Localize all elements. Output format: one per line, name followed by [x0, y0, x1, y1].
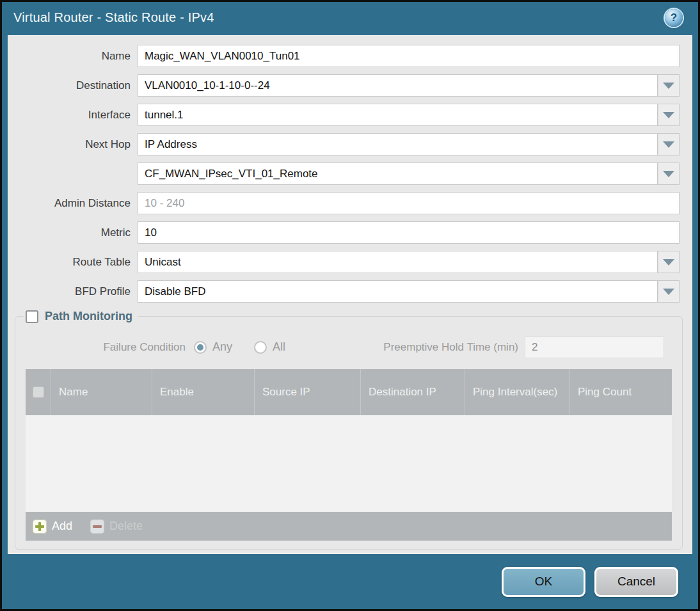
cancel-button[interactable]: Cancel: [594, 567, 678, 597]
route-table-field: [138, 251, 680, 273]
route-table-dropdown-button[interactable]: [658, 251, 680, 273]
table-header: Name Enable Source IP Destination IP Pin…: [26, 369, 672, 415]
metric-field: [138, 221, 680, 244]
destination-dropdown-button[interactable]: [658, 74, 680, 97]
interface-label: Interface: [8, 109, 138, 122]
delete-button-label: Delete: [109, 520, 143, 533]
form-row-interface: Interface: [8, 104, 680, 126]
failure-condition-option-any: Any: [194, 340, 232, 354]
page-title: Virtual Router - Static Route - IPv4: [13, 10, 665, 25]
bfd-profile-input[interactable]: [138, 280, 658, 303]
plus-icon: [33, 520, 47, 534]
name-field: [138, 45, 680, 67]
chevron-down-icon: [663, 83, 674, 89]
failure-condition-option-all: All: [254, 340, 285, 354]
admin-distance-input[interactable]: [138, 192, 680, 214]
table-header-select-cell: [26, 369, 51, 415]
path-monitoring-table: Name Enable Source IP Destination IP Pin…: [26, 369, 672, 541]
destination-input[interactable]: [138, 74, 658, 97]
chevron-down-icon: [663, 112, 674, 118]
add-button-label: Add: [52, 520, 72, 533]
metric-input[interactable]: [138, 221, 680, 244]
admin-distance-field: [138, 192, 680, 214]
name-label: Name: [8, 50, 138, 63]
form-row-next-hop-address: [8, 163, 680, 185]
next-hop-type-dropdown-button[interactable]: [658, 133, 680, 155]
next-hop-address-field: [138, 163, 680, 185]
next-hop-type-input[interactable]: [138, 133, 658, 155]
dialog-footer: OK Cancel: [2, 554, 698, 609]
add-button[interactable]: Add: [33, 520, 72, 534]
form-row-admin-distance: Admin Distance: [8, 192, 680, 214]
failure-condition-label: Failure Condition: [20, 341, 194, 354]
preemptive-hold-time-label: Preemptive Hold Time (min): [383, 341, 525, 354]
destination-field: [138, 74, 680, 97]
next-hop-address-input[interactable]: [138, 163, 658, 185]
interface-field: [138, 104, 680, 126]
column-header-ping-interval: Ping Interval(sec): [465, 369, 570, 415]
next-hop-address-dropdown-button[interactable]: [658, 163, 680, 185]
form-row-bfd-profile: BFD Profile: [8, 280, 680, 303]
bfd-profile-field: [138, 280, 680, 303]
column-header-name: Name: [51, 369, 152, 415]
next-hop-type-field: [138, 133, 680, 155]
route-table-input[interactable]: [138, 251, 658, 273]
interface-input[interactable]: [138, 104, 658, 126]
chevron-down-icon: [663, 171, 674, 177]
virtual-router-static-route-dialog: Virtual Router - Static Route - IPv4 ? N…: [0, 0, 700, 611]
bfd-profile-dropdown-button[interactable]: [658, 280, 680, 303]
column-header-ping-count: Ping Count: [570, 369, 672, 415]
radio-any[interactable]: [194, 341, 207, 354]
select-all-checkbox[interactable]: [33, 386, 44, 398]
admin-distance-label: Admin Distance: [8, 197, 138, 210]
chevron-down-icon: [663, 259, 674, 266]
failure-condition-row: Failure Condition Any All Preemptive Hol…: [20, 336, 664, 358]
minus-icon: [90, 520, 104, 534]
path-monitoring-checkbox[interactable]: [26, 310, 38, 323]
path-monitoring-legend: Path Monitoring: [24, 310, 138, 323]
titlebar: Virtual Router - Static Route - IPv4 ?: [2, 2, 698, 33]
form-row-destination: Destination: [8, 74, 680, 97]
preemptive-hold-time-input[interactable]: [525, 337, 664, 358]
radio-any-label: Any: [212, 340, 232, 354]
delete-button[interactable]: Delete: [90, 520, 143, 534]
interface-dropdown-button[interactable]: [658, 104, 680, 126]
table-body-empty: [26, 415, 672, 512]
form-row-route-table: Route Table: [8, 251, 680, 273]
column-header-destination-ip: Destination IP: [361, 369, 465, 415]
chevron-down-icon: [663, 289, 674, 295]
next-hop-label: Next Hop: [8, 138, 138, 151]
path-monitoring-title: Path Monitoring: [45, 310, 132, 323]
destination-label: Destination: [8, 79, 138, 92]
metric-label: Metric: [8, 226, 138, 239]
table-footer: Add Delete: [26, 512, 672, 541]
column-header-enable: Enable: [152, 369, 255, 415]
dialog-content: Name Destination Interface: [8, 35, 692, 554]
form-row-name: Name: [8, 45, 680, 67]
chevron-down-icon: [663, 141, 674, 148]
ok-button[interactable]: OK: [502, 567, 585, 597]
name-input[interactable]: [138, 45, 680, 67]
column-header-source-ip: Source IP: [255, 369, 361, 415]
route-table-label: Route Table: [8, 256, 138, 269]
form-row-next-hop: Next Hop: [8, 133, 680, 155]
radio-all[interactable]: [254, 341, 267, 354]
form-row-metric: Metric: [8, 221, 680, 244]
path-monitoring-section: Path Monitoring Failure Condition Any Al…: [15, 310, 683, 550]
bfd-profile-label: BFD Profile: [8, 285, 138, 298]
radio-all-label: All: [273, 340, 285, 354]
help-icon[interactable]: ?: [665, 9, 683, 27]
